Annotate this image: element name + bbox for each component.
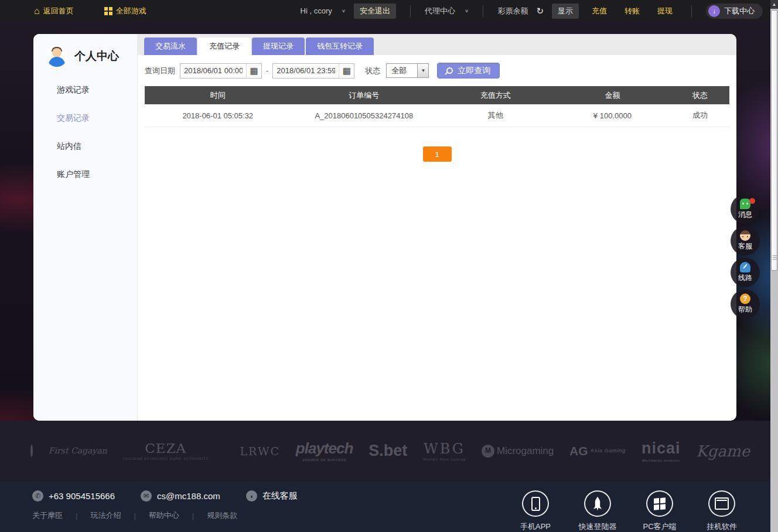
- tab-deposit-records[interactable]: 充值记录: [198, 37, 251, 55]
- cell-status: 成功: [671, 110, 729, 121]
- footer-link-gameplay[interactable]: 玩法介绍: [90, 510, 121, 521]
- messages-label: 消息: [738, 210, 752, 220]
- sidebar-item-site-messages[interactable]: 站内信: [33, 132, 137, 161]
- cell-amount: ¥ 100.0000: [554, 111, 671, 120]
- col-header-time: 时间: [145, 90, 291, 101]
- mail-icon: ✉: [141, 490, 152, 502]
- help-icon: ?: [740, 294, 750, 304]
- phone-number: +63 9054515666: [49, 491, 115, 501]
- messages-float-button[interactable]: 消息: [731, 195, 760, 224]
- online-service-contact[interactable]: ◖ 在线客服: [246, 490, 298, 502]
- logout-button[interactable]: 安全退出: [354, 4, 396, 19]
- kgame-logo: Kgame: [696, 443, 750, 460]
- chevron-down-icon: ∨: [342, 8, 346, 13]
- sidebar-item-game-records[interactable]: 游戏记录: [33, 76, 137, 104]
- playtech-logo: playtech SOURCE OF SUCCESS: [296, 440, 353, 462]
- page-1-button[interactable]: 1: [423, 146, 452, 162]
- avatar: [46, 46, 67, 67]
- sidebar-item-account-management[interactable]: 账户管理: [33, 161, 137, 189]
- sidebar-item-transaction-records[interactable]: 交易记录: [33, 104, 137, 132]
- status-select[interactable]: 全部 ▼: [386, 63, 429, 78]
- main-content: 交易流水 充值记录 提现记录 钱包互转记录 查询日期 ▦ - ▦ 状态 全部 ▼: [138, 34, 736, 421]
- idle-software-download[interactable]: 挂机软件: [701, 490, 743, 532]
- calendar-icon[interactable]: ▦: [246, 64, 261, 78]
- sidebar-header: 个人中心: [33, 46, 137, 67]
- chevron-down-icon: ∨: [465, 8, 469, 13]
- magnifier-icon: [446, 67, 453, 74]
- show-balance-button[interactable]: 显示: [552, 4, 579, 19]
- date-from-input[interactable]: [180, 66, 246, 75]
- topbar: ⌂ 返回首页 全部游戏 Hi , ccory ∨ 安全退出 代理中心 ∨ 彩票余…: [0, 0, 778, 22]
- notification-badge: [749, 198, 755, 204]
- partner-logos-strip: First Cagayan CEZA CAGAYAN ECONOMIC ZONE…: [0, 421, 778, 482]
- customer-service-icon: [740, 230, 750, 241]
- topbar-right: Hi , ccory ∨ 安全退出 代理中心 ∨ 彩票余额 ↻ 显示 充值 转账…: [301, 4, 763, 19]
- help-label: 帮助: [738, 305, 752, 315]
- help-float-button[interactable]: ? 帮助: [731, 289, 760, 319]
- tab-transaction-flow[interactable]: 交易流水: [144, 37, 197, 55]
- divider: [483, 5, 483, 17]
- lines-icon: [740, 262, 750, 272]
- all-games-link[interactable]: 全部游戏: [104, 6, 146, 16]
- pc-client-download[interactable]: PC客户端: [639, 490, 681, 532]
- search-button[interactable]: 立即查询: [437, 63, 500, 79]
- divider: |: [134, 511, 135, 520]
- quick-launcher-download[interactable]: 快速登陆器: [576, 490, 619, 532]
- status-select-value: 全部: [387, 64, 417, 77]
- cell-deposit-method: 其他: [437, 110, 554, 121]
- phone-contact: ✆ +63 9054515666: [32, 490, 115, 502]
- transfer-link[interactable]: 转账: [625, 6, 640, 16]
- footer-left: ✆ +63 9054515666 ✉ cs@mc188.com ◖ 在线客服 关…: [32, 490, 298, 532]
- phone-icon: ✆: [32, 490, 43, 502]
- tab-withdraw-records[interactable]: 提现记录: [252, 37, 305, 55]
- lines-float-button[interactable]: 线路: [731, 258, 760, 287]
- download-center-label: 下载中心: [724, 6, 755, 16]
- divider: [691, 5, 692, 17]
- scrollbar-up-arrow[interactable]: ▲: [770, 0, 778, 9]
- agent-center-menu[interactable]: 代理中心: [425, 6, 455, 16]
- divider: |: [76, 511, 77, 520]
- user-greeting[interactable]: Hi , ccory: [301, 6, 332, 15]
- ceza-logo: CEZA CAGAYAN ECONOMIC ZONE AUTHORITY: [122, 441, 208, 461]
- microgaming-logo: Microgaming: [482, 445, 554, 458]
- headset-icon: ◖: [246, 490, 257, 502]
- refresh-icon[interactable]: ↻: [536, 6, 544, 16]
- app-downloads: 手机APP 快速登陆器 PC客户端 挂机软件: [514, 490, 743, 532]
- round-emblem-logo: [30, 445, 33, 457]
- sidebar-title: 个人中心: [74, 49, 119, 64]
- home-link[interactable]: ⌂ 返回首页: [34, 6, 74, 16]
- table-row: 2018-06-01 05:05:32 A_201806010505324274…: [145, 104, 729, 127]
- tab-wallet-transfer-records[interactable]: 钱包互转记录: [306, 37, 374, 55]
- calendar-icon[interactable]: ▦: [339, 64, 354, 78]
- rocket-icon: [593, 497, 602, 511]
- mobile-phone-icon: [531, 497, 540, 511]
- lottery-balance-label: 彩票余额: [497, 6, 528, 16]
- footer: ✆ +63 9054515666 ✉ cs@mc188.com ◖ 在线客服 关…: [0, 482, 778, 532]
- date-to-input[interactable]: [273, 66, 339, 75]
- query-form: 查询日期 ▦ - ▦ 状态 全部 ▼ 立即查询: [138, 55, 736, 84]
- footer-link-about[interactable]: 关于摩臣: [32, 510, 63, 521]
- footer-link-rules[interactable]: 规则条款: [207, 510, 237, 521]
- home-label: 返回首页: [43, 6, 74, 16]
- date-range-label: 查询日期: [145, 66, 175, 76]
- date-to-box: ▦: [272, 63, 354, 79]
- footer-link-help-center[interactable]: 帮助中心: [149, 510, 179, 521]
- divider: |: [192, 511, 194, 520]
- scrollbar-thumb[interactable]: [771, 10, 777, 271]
- cell-time: 2018-06-01 05:05:32: [145, 111, 291, 120]
- first-cagayan-logo: First Cagayan: [49, 446, 107, 455]
- scrollbar[interactable]: ▲: [770, 0, 778, 532]
- tab-bar: 交易流水 充值记录 提现记录 钱包互转记录: [138, 34, 736, 55]
- personal-center-panel: 个人中心 游戏记录 交易记录 站内信 账户管理 交易流水 充值记录 提现记录 钱…: [33, 34, 736, 421]
- all-games-label: 全部游戏: [116, 6, 146, 16]
- withdraw-link[interactable]: 提现: [657, 6, 673, 16]
- download-center-button[interactable]: ↓ 下载中心: [706, 4, 763, 19]
- customer-service-float-button[interactable]: 客服: [731, 226, 760, 255]
- mobile-app-download[interactable]: 手机APP: [514, 490, 557, 532]
- divider: [410, 5, 411, 17]
- deposit-link[interactable]: 充值: [592, 6, 607, 16]
- date-from-box: ▦: [180, 63, 262, 79]
- email-address: cs@mc188.com: [157, 491, 220, 501]
- status-label: 状态: [365, 66, 380, 76]
- footer-links: 关于摩臣 | 玩法介绍 | 帮助中心 | 规则条款: [32, 510, 298, 521]
